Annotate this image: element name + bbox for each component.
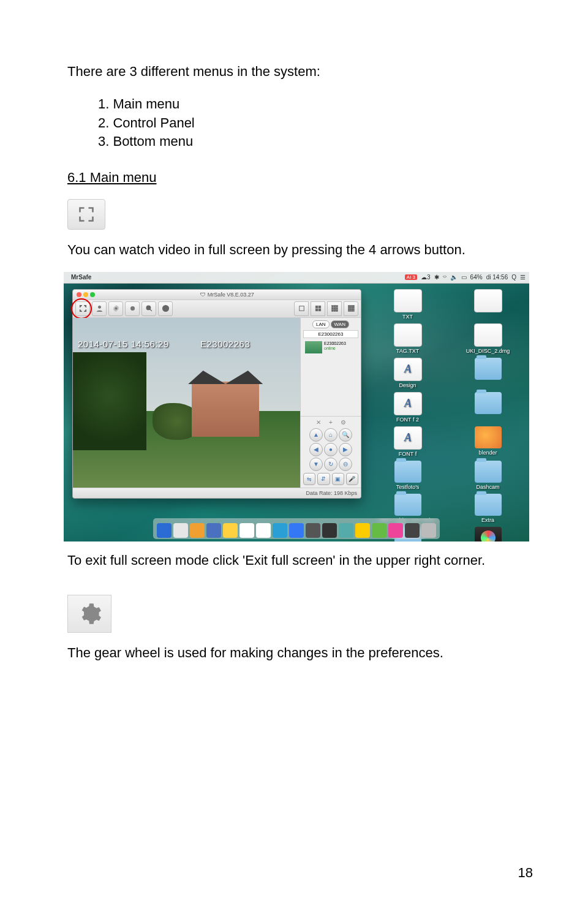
ptz-up-button[interactable]: ▲ — [309, 428, 323, 442]
desktop-item[interactable]: Final Cut Pro — [451, 527, 524, 541]
menubar-cloud-icon[interactable]: ☁︎3 — [421, 274, 431, 281]
dock-app-icon[interactable] — [388, 523, 403, 538]
preferences-button[interactable] — [67, 595, 111, 633]
gear-icon — [77, 602, 102, 626]
svg-rect-23 — [348, 308, 349, 309]
ptz-zoom-out-button[interactable]: ⊖ — [339, 458, 352, 471]
desktop-item[interactable] — [451, 358, 524, 388]
desktop-item[interactable]: UKI_DISC_2.dmg — [451, 323, 524, 354]
device-thumbnail — [305, 341, 322, 353]
menubar-list-icon[interactable]: ☰ — [520, 274, 526, 281]
desktop-item[interactable]: blender — [451, 426, 524, 457]
menubar-spotlight-icon[interactable]: Q — [511, 274, 516, 281]
ptz-add-icon[interactable]: + — [327, 419, 334, 426]
fullscreen-icon — [78, 206, 95, 223]
toolbar-record-button[interactable] — [125, 301, 140, 316]
dock-app-icon[interactable] — [306, 523, 320, 538]
toolbar-user-button[interactable] — [92, 301, 107, 316]
ptz-down-button[interactable]: ▼ — [309, 458, 323, 471]
ptz-left-button[interactable]: ◀ — [309, 443, 323, 456]
desktop-item[interactable]: TAG.TXT — [371, 323, 444, 354]
layout-4x4-button[interactable] — [344, 301, 358, 316]
section-heading: 6.1 Main menu — [67, 170, 533, 186]
tab-wan[interactable]: WAN — [331, 320, 349, 328]
desktop-item[interactable]: Dashcam — [451, 461, 524, 490]
close-icon[interactable] — [77, 292, 81, 297]
desktop-item[interactable]: AFONT f — [371, 426, 444, 457]
desktop-item[interactable]: Extra — [451, 494, 524, 523]
dock-app-icon[interactable] — [372, 523, 386, 538]
dock-app-icon[interactable] — [355, 523, 370, 538]
toolbar-settings-button[interactable] — [108, 301, 123, 316]
zoom-icon[interactable] — [90, 292, 95, 297]
desktop-item-label: Design — [399, 382, 416, 388]
menubar-sound-icon[interactable]: 🔈 — [450, 274, 458, 281]
menubar-bluetooth-icon[interactable]: ✱ — [434, 274, 439, 281]
dock-app-icon[interactable] — [405, 523, 420, 538]
svg-point-2 — [130, 307, 135, 311]
dock-app-icon[interactable] — [339, 523, 353, 538]
menubar-battery-icon[interactable]: ▭ — [461, 274, 467, 281]
ptz-center-button[interactable]: ● — [324, 443, 337, 456]
menubar-wifi-icon[interactable]: ⌔ — [443, 274, 447, 281]
tab-lan[interactable]: LAN — [312, 320, 330, 328]
desktop-item[interactable]: AFONT f 2 — [371, 392, 444, 423]
desktop-item-label: TAG.TXT — [396, 348, 419, 354]
folder-icon — [475, 494, 502, 516]
ptz-snapshot-button[interactable]: ▣ — [332, 473, 344, 485]
toolbar-search-button[interactable] — [141, 301, 156, 316]
dock-app-icon[interactable] — [289, 523, 304, 538]
ptz-flip-v-button[interactable]: ⇵ — [317, 473, 330, 485]
ptz-settings-icon[interactable]: ⚙ — [339, 419, 347, 426]
desktop-item[interactable]: ADesign — [371, 358, 444, 388]
dock-app-icon[interactable] — [322, 523, 337, 538]
toolbar-help-button[interactable] — [158, 301, 173, 316]
video-pane[interactable]: 2014-07-15 14:56:29 E23002263 — [73, 318, 300, 488]
fullscreen-button[interactable] — [67, 199, 105, 230]
dock-app-icon[interactable] — [173, 523, 188, 538]
layout-2x2-button[interactable] — [311, 301, 325, 316]
ptz-zoom-in-button[interactable]: 🔍 — [339, 428, 352, 442]
ptz-patrol-button[interactable]: ↻ — [324, 458, 337, 471]
desktop-item[interactable]: TXT — [371, 289, 444, 320]
minimize-icon[interactable] — [83, 292, 88, 297]
menubar-clock[interactable]: di 14:56 — [486, 274, 508, 281]
svg-rect-13 — [331, 308, 333, 310]
desktop-item-label: UKI_DISC_2.dmg — [466, 348, 510, 354]
dock-app-icon[interactable] — [256, 523, 271, 538]
layout-3x3-button[interactable] — [327, 301, 342, 316]
svg-rect-26 — [353, 308, 354, 309]
ptz-right-button[interactable]: ▶ — [339, 443, 352, 456]
svg-point-0 — [98, 306, 100, 309]
menubar-app-name[interactable]: MrSafe — [71, 274, 91, 281]
menubar-ai-badge[interactable]: AI 3 — [405, 274, 417, 280]
ptz-close-icon[interactable]: ✕ — [315, 419, 322, 426]
toolbar-fullscreen-button[interactable] — [75, 301, 90, 316]
dock-app-icon[interactable] — [190, 523, 205, 538]
desktop-item[interactable]: Testfoto's — [371, 461, 444, 490]
desktop-item[interactable] — [451, 289, 524, 320]
desktop-item-label: blender — [478, 450, 497, 456]
ptz-mic-button[interactable]: 🎤 — [346, 473, 358, 485]
device-id-field[interactable]: E23002263 — [303, 330, 358, 338]
dock-app-icon[interactable] — [157, 523, 172, 538]
layout-1x1-button[interactable] — [294, 301, 309, 316]
ptz-home-button[interactable]: ⌂ — [324, 428, 337, 442]
device-item-id: E23002263 — [324, 341, 346, 346]
desktop-item[interactable] — [451, 392, 524, 423]
device-list-item[interactable]: E23002263 online — [303, 339, 358, 355]
dock-app-icon[interactable] — [223, 523, 238, 538]
dock-app-icon[interactable] — [421, 523, 436, 538]
dock-app-icon[interactable] — [239, 523, 254, 538]
mac-desktop-screenshot: MrSafe AI 3 ☁︎3 ✱ ⌔ 🔈 ▭ 64% di 14:56 Q ☰… — [64, 272, 529, 541]
svg-rect-27 — [348, 309, 349, 311]
folder-icon — [394, 461, 421, 483]
file-a-icon: A — [394, 426, 422, 450]
svg-rect-14 — [334, 308, 336, 310]
dock-app-icon[interactable] — [273, 523, 287, 538]
svg-rect-18 — [336, 310, 337, 312]
list-item-2: 2. Control Panel — [98, 114, 533, 133]
window-titlebar[interactable]: 🛡 MrSafe V8.E.03.27 — [73, 290, 361, 300]
ptz-flip-h-button[interactable]: ⇋ — [303, 473, 315, 485]
dock-app-icon[interactable] — [206, 523, 221, 538]
